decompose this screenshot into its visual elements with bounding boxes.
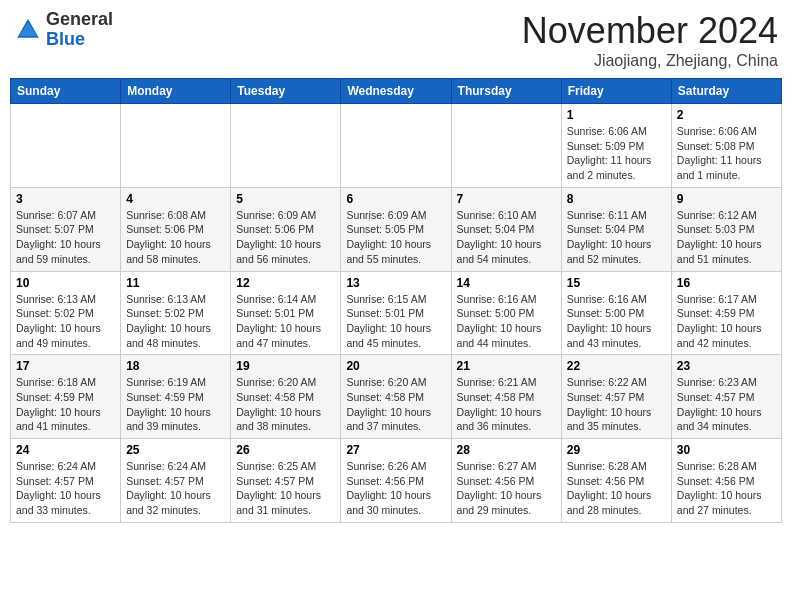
calendar-day-cell: 7Sunrise: 6:10 AM Sunset: 5:04 PM Daylig… (451, 187, 561, 271)
logo-general: General (46, 10, 113, 30)
day-number: 2 (677, 108, 776, 122)
calendar-day-cell: 20Sunrise: 6:20 AM Sunset: 4:58 PM Dayli… (341, 355, 451, 439)
calendar-day-cell: 26Sunrise: 6:25 AM Sunset: 4:57 PM Dayli… (231, 439, 341, 523)
day-info: Sunrise: 6:24 AM Sunset: 4:57 PM Dayligh… (16, 459, 115, 518)
weekday-header-cell: Wednesday (341, 79, 451, 104)
weekday-header-row: SundayMondayTuesdayWednesdayThursdayFrid… (11, 79, 782, 104)
calendar-day-cell: 10Sunrise: 6:13 AM Sunset: 5:02 PM Dayli… (11, 271, 121, 355)
day-info: Sunrise: 6:26 AM Sunset: 4:56 PM Dayligh… (346, 459, 445, 518)
calendar-day-cell: 4Sunrise: 6:08 AM Sunset: 5:06 PM Daylig… (121, 187, 231, 271)
day-number: 8 (567, 192, 666, 206)
day-number: 16 (677, 276, 776, 290)
day-info: Sunrise: 6:20 AM Sunset: 4:58 PM Dayligh… (236, 375, 335, 434)
day-info: Sunrise: 6:13 AM Sunset: 5:02 PM Dayligh… (126, 292, 225, 351)
day-number: 14 (457, 276, 556, 290)
day-info: Sunrise: 6:19 AM Sunset: 4:59 PM Dayligh… (126, 375, 225, 434)
day-info: Sunrise: 6:15 AM Sunset: 5:01 PM Dayligh… (346, 292, 445, 351)
calendar-week-row: 24Sunrise: 6:24 AM Sunset: 4:57 PM Dayli… (11, 439, 782, 523)
day-info: Sunrise: 6:21 AM Sunset: 4:58 PM Dayligh… (457, 375, 556, 434)
weekday-header-cell: Friday (561, 79, 671, 104)
calendar-day-cell: 5Sunrise: 6:09 AM Sunset: 5:06 PM Daylig… (231, 187, 341, 271)
calendar-day-cell: 19Sunrise: 6:20 AM Sunset: 4:58 PM Dayli… (231, 355, 341, 439)
day-number: 28 (457, 443, 556, 457)
calendar-day-cell: 2Sunrise: 6:06 AM Sunset: 5:08 PM Daylig… (671, 104, 781, 188)
logo-icon (14, 16, 42, 44)
day-number: 22 (567, 359, 666, 373)
calendar-day-cell (451, 104, 561, 188)
day-info: Sunrise: 6:16 AM Sunset: 5:00 PM Dayligh… (567, 292, 666, 351)
day-number: 13 (346, 276, 445, 290)
day-info: Sunrise: 6:17 AM Sunset: 4:59 PM Dayligh… (677, 292, 776, 351)
day-number: 9 (677, 192, 776, 206)
day-number: 19 (236, 359, 335, 373)
logo: General Blue (14, 10, 113, 50)
weekday-header-cell: Monday (121, 79, 231, 104)
day-number: 6 (346, 192, 445, 206)
location: Jiaojiang, Zhejiang, China (522, 52, 778, 70)
day-number: 5 (236, 192, 335, 206)
day-info: Sunrise: 6:06 AM Sunset: 5:08 PM Dayligh… (677, 124, 776, 183)
day-info: Sunrise: 6:25 AM Sunset: 4:57 PM Dayligh… (236, 459, 335, 518)
calendar-day-cell: 12Sunrise: 6:14 AM Sunset: 5:01 PM Dayli… (231, 271, 341, 355)
svg-marker-1 (19, 22, 38, 36)
day-info: Sunrise: 6:16 AM Sunset: 5:00 PM Dayligh… (457, 292, 556, 351)
day-info: Sunrise: 6:20 AM Sunset: 4:58 PM Dayligh… (346, 375, 445, 434)
day-info: Sunrise: 6:10 AM Sunset: 5:04 PM Dayligh… (457, 208, 556, 267)
logo-blue: Blue (46, 30, 113, 50)
calendar-day-cell (231, 104, 341, 188)
day-info: Sunrise: 6:22 AM Sunset: 4:57 PM Dayligh… (567, 375, 666, 434)
calendar-day-cell: 16Sunrise: 6:17 AM Sunset: 4:59 PM Dayli… (671, 271, 781, 355)
day-info: Sunrise: 6:07 AM Sunset: 5:07 PM Dayligh… (16, 208, 115, 267)
calendar-day-cell: 17Sunrise: 6:18 AM Sunset: 4:59 PM Dayli… (11, 355, 121, 439)
day-number: 23 (677, 359, 776, 373)
calendar-day-cell: 15Sunrise: 6:16 AM Sunset: 5:00 PM Dayli… (561, 271, 671, 355)
day-number: 3 (16, 192, 115, 206)
day-number: 1 (567, 108, 666, 122)
calendar-day-cell: 21Sunrise: 6:21 AM Sunset: 4:58 PM Dayli… (451, 355, 561, 439)
weekday-header-cell: Sunday (11, 79, 121, 104)
day-info: Sunrise: 6:13 AM Sunset: 5:02 PM Dayligh… (16, 292, 115, 351)
day-number: 10 (16, 276, 115, 290)
calendar-day-cell: 3Sunrise: 6:07 AM Sunset: 5:07 PM Daylig… (11, 187, 121, 271)
day-info: Sunrise: 6:28 AM Sunset: 4:56 PM Dayligh… (677, 459, 776, 518)
day-info: Sunrise: 6:11 AM Sunset: 5:04 PM Dayligh… (567, 208, 666, 267)
calendar-day-cell: 9Sunrise: 6:12 AM Sunset: 5:03 PM Daylig… (671, 187, 781, 271)
month-year: November 2024 (522, 10, 778, 52)
day-info: Sunrise: 6:18 AM Sunset: 4:59 PM Dayligh… (16, 375, 115, 434)
day-number: 17 (16, 359, 115, 373)
calendar-day-cell: 24Sunrise: 6:24 AM Sunset: 4:57 PM Dayli… (11, 439, 121, 523)
calendar-day-cell: 30Sunrise: 6:28 AM Sunset: 4:56 PM Dayli… (671, 439, 781, 523)
calendar-day-cell (11, 104, 121, 188)
calendar-body: 1Sunrise: 6:06 AM Sunset: 5:09 PM Daylig… (11, 104, 782, 523)
day-info: Sunrise: 6:12 AM Sunset: 5:03 PM Dayligh… (677, 208, 776, 267)
day-info: Sunrise: 6:09 AM Sunset: 5:06 PM Dayligh… (236, 208, 335, 267)
day-info: Sunrise: 6:24 AM Sunset: 4:57 PM Dayligh… (126, 459, 225, 518)
calendar-week-row: 17Sunrise: 6:18 AM Sunset: 4:59 PM Dayli… (11, 355, 782, 439)
day-number: 29 (567, 443, 666, 457)
day-info: Sunrise: 6:14 AM Sunset: 5:01 PM Dayligh… (236, 292, 335, 351)
weekday-header-cell: Tuesday (231, 79, 341, 104)
day-number: 11 (126, 276, 225, 290)
day-info: Sunrise: 6:06 AM Sunset: 5:09 PM Dayligh… (567, 124, 666, 183)
weekday-header-cell: Thursday (451, 79, 561, 104)
calendar-day-cell: 29Sunrise: 6:28 AM Sunset: 4:56 PM Dayli… (561, 439, 671, 523)
calendar-day-cell: 23Sunrise: 6:23 AM Sunset: 4:57 PM Dayli… (671, 355, 781, 439)
day-number: 15 (567, 276, 666, 290)
page-header: General Blue November 2024 Jiaojiang, Zh… (10, 10, 782, 70)
calendar-day-cell: 8Sunrise: 6:11 AM Sunset: 5:04 PM Daylig… (561, 187, 671, 271)
day-info: Sunrise: 6:27 AM Sunset: 4:56 PM Dayligh… (457, 459, 556, 518)
day-info: Sunrise: 6:08 AM Sunset: 5:06 PM Dayligh… (126, 208, 225, 267)
calendar-table: SundayMondayTuesdayWednesdayThursdayFrid… (10, 78, 782, 523)
calendar-day-cell: 18Sunrise: 6:19 AM Sunset: 4:59 PM Dayli… (121, 355, 231, 439)
calendar-day-cell (121, 104, 231, 188)
day-number: 18 (126, 359, 225, 373)
day-number: 26 (236, 443, 335, 457)
calendar-day-cell: 13Sunrise: 6:15 AM Sunset: 5:01 PM Dayli… (341, 271, 451, 355)
calendar-week-row: 10Sunrise: 6:13 AM Sunset: 5:02 PM Dayli… (11, 271, 782, 355)
calendar-day-cell: 11Sunrise: 6:13 AM Sunset: 5:02 PM Dayli… (121, 271, 231, 355)
calendar-day-cell: 1Sunrise: 6:06 AM Sunset: 5:09 PM Daylig… (561, 104, 671, 188)
weekday-header-cell: Saturday (671, 79, 781, 104)
calendar-day-cell: 22Sunrise: 6:22 AM Sunset: 4:57 PM Dayli… (561, 355, 671, 439)
calendar-day-cell (341, 104, 451, 188)
day-number: 21 (457, 359, 556, 373)
